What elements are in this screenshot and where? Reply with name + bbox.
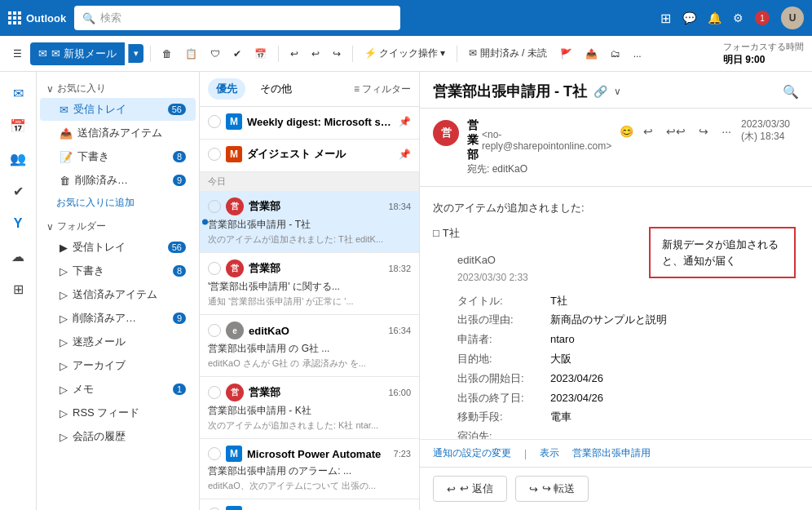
user-avatar[interactable]: U bbox=[781, 7, 804, 29]
list-item[interactable]: 営 営業部 16:00 営業部出張申請用 - K社 次のアイテムが追加されました… bbox=[200, 377, 419, 439]
add-favorites-link[interactable]: お気に入りに追加 bbox=[37, 193, 199, 213]
list-item[interactable]: 営 営業部 18:32 '営業部出張申請用' に関する... 通知 '営業部出張… bbox=[200, 253, 419, 315]
undo2-button[interactable]: ↩ bbox=[307, 45, 324, 63]
detail-title: 営業部出張申請用 - T社 bbox=[433, 82, 587, 101]
reply-button-header[interactable]: ↩ bbox=[640, 123, 656, 140]
folder-inbox-badge: 56 bbox=[168, 242, 186, 253]
forward-button[interactable]: ↪ ↪ 転送 bbox=[515, 476, 589, 502]
list-item[interactable]: M Microsoft Power Automate 1:23 営業部出張申請用… bbox=[200, 499, 419, 510]
sidebar-item-mail[interactable]: ✉ bbox=[3, 78, 33, 108]
copy-button[interactable]: 📋 bbox=[180, 45, 202, 63]
folder-item-memo[interactable]: ▷ メモ 1 bbox=[40, 378, 196, 401]
check-circle[interactable] bbox=[208, 447, 221, 460]
check-circle[interactable] bbox=[208, 386, 221, 399]
sidebar-item-apps[interactable]: ⊞ bbox=[3, 274, 33, 304]
apps-icon[interactable]: ⊞ bbox=[660, 11, 671, 26]
favorites-section[interactable]: ∨ お気に入り bbox=[37, 78, 199, 97]
check-circle[interactable] bbox=[208, 324, 221, 337]
settings-icon[interactable]: ⚙ bbox=[733, 11, 744, 24]
check-circle[interactable] bbox=[208, 115, 221, 128]
folder-item-archive[interactable]: ▷ アーカイブ bbox=[40, 354, 196, 377]
shield-button[interactable]: 🛡 bbox=[205, 45, 225, 63]
hamburger-menu[interactable]: ☰ bbox=[8, 45, 27, 63]
list-link[interactable]: 営業部出張申請用 bbox=[572, 446, 651, 460]
chevron-down-icon[interactable]: ∨ bbox=[614, 86, 621, 97]
email-preview: editKaO、次のアイテムについて 出張の... bbox=[208, 480, 411, 492]
new-mail-button[interactable]: ✉ ✉ 新規メール bbox=[30, 42, 125, 65]
focus-time-label: フォーカスする時間 bbox=[723, 41, 804, 53]
sender-name: 営業部 bbox=[467, 118, 479, 162]
nav-item-inbox[interactable]: ✉ 受信トレイ 56 bbox=[40, 98, 196, 121]
sender-avatar-small: e bbox=[226, 322, 244, 339]
filter-button[interactable]: ≡ フィルター bbox=[354, 82, 411, 96]
tab-other[interactable]: その他 bbox=[252, 78, 300, 100]
check-circle[interactable] bbox=[208, 148, 221, 161]
calendar-button[interactable]: 📅 bbox=[249, 45, 271, 63]
list-item[interactable]: M ダイジェスト メール 📌 bbox=[200, 140, 419, 172]
sidebar-item-tasks[interactable]: ✔ bbox=[3, 176, 33, 206]
list-item[interactable]: M Microsoft Power Automate 7:23 営業部出張申請用… bbox=[200, 439, 419, 499]
info-row-reason: 出張の理由: 新商品のサンプルと説明 bbox=[457, 312, 799, 329]
start-value: 2023/04/26 bbox=[550, 370, 603, 388]
folder-item-drafts[interactable]: ▷ 下書き 8 bbox=[40, 259, 196, 282]
reason-value: 新商品のサンプルと説明 bbox=[550, 312, 667, 329]
nav-item-drafts[interactable]: 📝 下書き 8 bbox=[40, 145, 196, 168]
folder-item-deleted[interactable]: ▷ 削除済みア… 9 bbox=[40, 307, 196, 330]
folder-button[interactable]: 🗂 bbox=[606, 45, 625, 63]
new-mail-dropdown[interactable]: ▾ bbox=[128, 44, 143, 63]
app-logo: Outlook bbox=[8, 11, 66, 24]
undo-button[interactable]: ↩ bbox=[285, 45, 303, 63]
more-button[interactable]: ... bbox=[629, 45, 647, 63]
list-item[interactable]: M Weekly digest: Microsoft servic... 📌 bbox=[200, 107, 419, 140]
reply-button[interactable]: ↩ ↩ 返信 bbox=[433, 476, 507, 502]
flag-button[interactable]: 🚩 bbox=[555, 45, 577, 63]
inbox-badge: 56 bbox=[168, 104, 186, 115]
view-link[interactable]: 表示 bbox=[540, 446, 559, 460]
search-bar[interactable]: 🔍 検索 bbox=[74, 6, 400, 30]
sidebar-item-people[interactable]: 👥 bbox=[3, 144, 33, 173]
forward-button-header[interactable]: ↪ bbox=[695, 123, 712, 140]
list-item[interactable]: 営 営業部 18:34 営業部出張申請用 - T社 次のアイテムが追加されました… bbox=[200, 191, 419, 253]
sidebar-item-cloud[interactable]: ☁ bbox=[3, 242, 33, 271]
folder-item-sent[interactable]: ▷ 送信済みアイテム bbox=[40, 283, 196, 306]
chat-icon[interactable]: 💬 bbox=[682, 11, 696, 24]
nav-item-sent[interactable]: 📤 送信済みアイテム bbox=[40, 122, 196, 144]
email-time: 16:34 bbox=[388, 326, 411, 335]
redo-button[interactable]: ↪ bbox=[328, 45, 346, 63]
sidebar-item-yammer[interactable]: Y bbox=[3, 209, 33, 238]
notification-icon[interactable]: 1 bbox=[755, 11, 770, 25]
detail-intro: 次のアイテムが追加されました: bbox=[433, 200, 799, 217]
deleted-icon: 🗑 bbox=[60, 175, 70, 187]
list-item[interactable]: e editKaO 16:34 営業部出張申請用 の G社 ... editKa… bbox=[200, 315, 419, 377]
main-container: ✉ 📅 👥 ✔ Y ☁ ⊞ ∨ お気に入り ✉ 受信トレイ 56 📤 送信済みア… bbox=[0, 72, 812, 510]
check-circle[interactable] bbox=[208, 200, 221, 213]
check-button[interactable]: ✔ bbox=[228, 45, 246, 63]
folder-item-junk[interactable]: ▷ 迷惑メール bbox=[40, 330, 196, 353]
emoji-icon[interactable]: 😊 bbox=[620, 125, 633, 138]
settings-link[interactable]: 通知の設定の変更 bbox=[433, 446, 511, 460]
nav-item-deleted[interactable]: 🗑 削除済み… 9 bbox=[40, 169, 196, 192]
share-icon[interactable]: 🔗 bbox=[594, 85, 607, 98]
bell-icon[interactable]: 🔔 bbox=[708, 11, 722, 24]
read-status-button[interactable]: ✉ 開封済み / 未読 bbox=[464, 43, 551, 64]
tab-priority[interactable]: 優先 bbox=[208, 78, 245, 100]
sidebar-item-calendar[interactable]: 📅 bbox=[3, 111, 33, 140]
check-circle[interactable] bbox=[208, 262, 221, 275]
folder-item-history[interactable]: ▷ 会話の履歴 bbox=[40, 425, 196, 448]
grid-icon[interactable] bbox=[8, 11, 21, 24]
info-row-transport: 移動手段: 電車 bbox=[457, 409, 799, 426]
sender-avatar-small: 営 bbox=[226, 259, 244, 277]
info-row-destination: 目的地: 大阪 bbox=[457, 351, 799, 368]
folder-item-rss[interactable]: ▷ RSS フィード bbox=[40, 401, 196, 424]
send-button[interactable]: 📤 bbox=[580, 45, 602, 63]
quick-actions-button[interactable]: ⚡ クイック操作 ▾ bbox=[360, 43, 451, 64]
toolbar-separator-4 bbox=[457, 46, 457, 62]
delete-button[interactable]: 🗑 bbox=[157, 45, 177, 63]
reply-all-button-header[interactable]: ↩↩ bbox=[663, 123, 689, 140]
search-detail-icon[interactable]: 🔍 bbox=[783, 84, 799, 100]
more-actions-button[interactable]: ··· bbox=[718, 123, 735, 140]
folder-item-inbox[interactable]: ▶ 受信トレイ 56 bbox=[40, 236, 196, 259]
link-separator: | bbox=[524, 448, 527, 459]
folders-section[interactable]: ∨ フォルダー bbox=[37, 213, 199, 235]
mail-icon: ✉ bbox=[38, 47, 47, 60]
